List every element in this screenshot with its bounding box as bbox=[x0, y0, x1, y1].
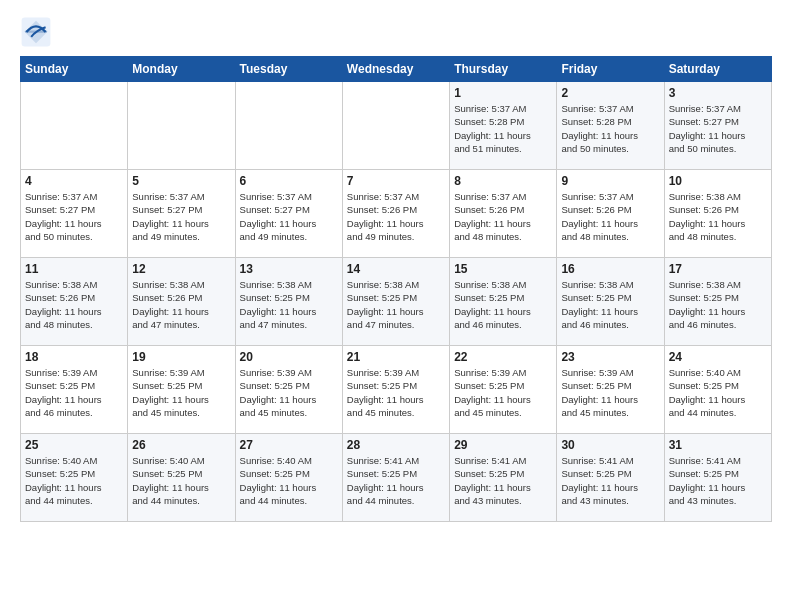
calendar-cell: 13Sunrise: 5:38 AM Sunset: 5:25 PM Dayli… bbox=[235, 258, 342, 346]
weekday-header: Friday bbox=[557, 57, 664, 82]
day-number: 24 bbox=[669, 350, 767, 364]
calendar-cell: 22Sunrise: 5:39 AM Sunset: 5:25 PM Dayli… bbox=[450, 346, 557, 434]
day-number: 27 bbox=[240, 438, 338, 452]
day-info: Sunrise: 5:40 AM Sunset: 5:25 PM Dayligh… bbox=[240, 454, 338, 507]
weekday-header: Monday bbox=[128, 57, 235, 82]
day-number: 2 bbox=[561, 86, 659, 100]
day-number: 10 bbox=[669, 174, 767, 188]
calendar-cell: 4Sunrise: 5:37 AM Sunset: 5:27 PM Daylig… bbox=[21, 170, 128, 258]
day-number: 6 bbox=[240, 174, 338, 188]
day-number: 17 bbox=[669, 262, 767, 276]
day-number: 25 bbox=[25, 438, 123, 452]
day-info: Sunrise: 5:38 AM Sunset: 5:25 PM Dayligh… bbox=[240, 278, 338, 331]
calendar-cell: 30Sunrise: 5:41 AM Sunset: 5:25 PM Dayli… bbox=[557, 434, 664, 522]
calendar-cell: 31Sunrise: 5:41 AM Sunset: 5:25 PM Dayli… bbox=[664, 434, 771, 522]
calendar-week-row: 25Sunrise: 5:40 AM Sunset: 5:25 PM Dayli… bbox=[21, 434, 772, 522]
logo-icon bbox=[20, 16, 52, 48]
weekday-header: Thursday bbox=[450, 57, 557, 82]
calendar-cell: 28Sunrise: 5:41 AM Sunset: 5:25 PM Dayli… bbox=[342, 434, 449, 522]
day-number: 7 bbox=[347, 174, 445, 188]
calendar-cell: 27Sunrise: 5:40 AM Sunset: 5:25 PM Dayli… bbox=[235, 434, 342, 522]
day-info: Sunrise: 5:41 AM Sunset: 5:25 PM Dayligh… bbox=[669, 454, 767, 507]
logo bbox=[20, 16, 56, 48]
day-number: 3 bbox=[669, 86, 767, 100]
weekday-header: Tuesday bbox=[235, 57, 342, 82]
day-info: Sunrise: 5:39 AM Sunset: 5:25 PM Dayligh… bbox=[25, 366, 123, 419]
calendar-week-row: 18Sunrise: 5:39 AM Sunset: 5:25 PM Dayli… bbox=[21, 346, 772, 434]
calendar-week-row: 11Sunrise: 5:38 AM Sunset: 5:26 PM Dayli… bbox=[21, 258, 772, 346]
weekday-header: Wednesday bbox=[342, 57, 449, 82]
calendar-cell bbox=[235, 82, 342, 170]
day-number: 14 bbox=[347, 262, 445, 276]
day-info: Sunrise: 5:41 AM Sunset: 5:25 PM Dayligh… bbox=[347, 454, 445, 507]
calendar-cell bbox=[342, 82, 449, 170]
day-info: Sunrise: 5:37 AM Sunset: 5:28 PM Dayligh… bbox=[561, 102, 659, 155]
calendar-cell: 29Sunrise: 5:41 AM Sunset: 5:25 PM Dayli… bbox=[450, 434, 557, 522]
calendar-cell bbox=[21, 82, 128, 170]
calendar-week-row: 4Sunrise: 5:37 AM Sunset: 5:27 PM Daylig… bbox=[21, 170, 772, 258]
weekday-header-row: SundayMondayTuesdayWednesdayThursdayFrid… bbox=[21, 57, 772, 82]
day-number: 28 bbox=[347, 438, 445, 452]
day-number: 21 bbox=[347, 350, 445, 364]
day-info: Sunrise: 5:37 AM Sunset: 5:26 PM Dayligh… bbox=[561, 190, 659, 243]
day-number: 4 bbox=[25, 174, 123, 188]
day-number: 19 bbox=[132, 350, 230, 364]
day-number: 31 bbox=[669, 438, 767, 452]
calendar-cell: 2Sunrise: 5:37 AM Sunset: 5:28 PM Daylig… bbox=[557, 82, 664, 170]
header bbox=[20, 16, 772, 48]
day-info: Sunrise: 5:39 AM Sunset: 5:25 PM Dayligh… bbox=[132, 366, 230, 419]
day-info: Sunrise: 5:37 AM Sunset: 5:28 PM Dayligh… bbox=[454, 102, 552, 155]
page: SundayMondayTuesdayWednesdayThursdayFrid… bbox=[0, 0, 792, 612]
day-number: 15 bbox=[454, 262, 552, 276]
day-number: 9 bbox=[561, 174, 659, 188]
calendar-cell: 9Sunrise: 5:37 AM Sunset: 5:26 PM Daylig… bbox=[557, 170, 664, 258]
calendar-cell: 3Sunrise: 5:37 AM Sunset: 5:27 PM Daylig… bbox=[664, 82, 771, 170]
day-info: Sunrise: 5:40 AM Sunset: 5:25 PM Dayligh… bbox=[132, 454, 230, 507]
calendar-cell: 24Sunrise: 5:40 AM Sunset: 5:25 PM Dayli… bbox=[664, 346, 771, 434]
day-number: 26 bbox=[132, 438, 230, 452]
calendar-cell: 12Sunrise: 5:38 AM Sunset: 5:26 PM Dayli… bbox=[128, 258, 235, 346]
calendar-cell: 8Sunrise: 5:37 AM Sunset: 5:26 PM Daylig… bbox=[450, 170, 557, 258]
calendar-cell: 21Sunrise: 5:39 AM Sunset: 5:25 PM Dayli… bbox=[342, 346, 449, 434]
day-info: Sunrise: 5:41 AM Sunset: 5:25 PM Dayligh… bbox=[561, 454, 659, 507]
weekday-header: Sunday bbox=[21, 57, 128, 82]
calendar-week-row: 1Sunrise: 5:37 AM Sunset: 5:28 PM Daylig… bbox=[21, 82, 772, 170]
day-info: Sunrise: 5:37 AM Sunset: 5:27 PM Dayligh… bbox=[132, 190, 230, 243]
calendar-cell: 15Sunrise: 5:38 AM Sunset: 5:25 PM Dayli… bbox=[450, 258, 557, 346]
calendar-cell: 14Sunrise: 5:38 AM Sunset: 5:25 PM Dayli… bbox=[342, 258, 449, 346]
day-info: Sunrise: 5:39 AM Sunset: 5:25 PM Dayligh… bbox=[347, 366, 445, 419]
day-info: Sunrise: 5:37 AM Sunset: 5:27 PM Dayligh… bbox=[240, 190, 338, 243]
day-info: Sunrise: 5:38 AM Sunset: 5:26 PM Dayligh… bbox=[669, 190, 767, 243]
day-number: 23 bbox=[561, 350, 659, 364]
calendar: SundayMondayTuesdayWednesdayThursdayFrid… bbox=[20, 56, 772, 522]
day-number: 5 bbox=[132, 174, 230, 188]
day-info: Sunrise: 5:38 AM Sunset: 5:25 PM Dayligh… bbox=[347, 278, 445, 331]
calendar-cell: 18Sunrise: 5:39 AM Sunset: 5:25 PM Dayli… bbox=[21, 346, 128, 434]
day-info: Sunrise: 5:37 AM Sunset: 5:26 PM Dayligh… bbox=[454, 190, 552, 243]
calendar-cell: 16Sunrise: 5:38 AM Sunset: 5:25 PM Dayli… bbox=[557, 258, 664, 346]
day-info: Sunrise: 5:37 AM Sunset: 5:27 PM Dayligh… bbox=[25, 190, 123, 243]
day-info: Sunrise: 5:39 AM Sunset: 5:25 PM Dayligh… bbox=[454, 366, 552, 419]
calendar-cell: 11Sunrise: 5:38 AM Sunset: 5:26 PM Dayli… bbox=[21, 258, 128, 346]
day-number: 8 bbox=[454, 174, 552, 188]
weekday-header: Saturday bbox=[664, 57, 771, 82]
day-number: 11 bbox=[25, 262, 123, 276]
day-number: 20 bbox=[240, 350, 338, 364]
day-number: 22 bbox=[454, 350, 552, 364]
day-info: Sunrise: 5:37 AM Sunset: 5:26 PM Dayligh… bbox=[347, 190, 445, 243]
day-info: Sunrise: 5:38 AM Sunset: 5:25 PM Dayligh… bbox=[454, 278, 552, 331]
day-info: Sunrise: 5:39 AM Sunset: 5:25 PM Dayligh… bbox=[561, 366, 659, 419]
day-info: Sunrise: 5:39 AM Sunset: 5:25 PM Dayligh… bbox=[240, 366, 338, 419]
day-info: Sunrise: 5:40 AM Sunset: 5:25 PM Dayligh… bbox=[25, 454, 123, 507]
calendar-cell: 17Sunrise: 5:38 AM Sunset: 5:25 PM Dayli… bbox=[664, 258, 771, 346]
day-info: Sunrise: 5:41 AM Sunset: 5:25 PM Dayligh… bbox=[454, 454, 552, 507]
calendar-cell: 6Sunrise: 5:37 AM Sunset: 5:27 PM Daylig… bbox=[235, 170, 342, 258]
day-number: 18 bbox=[25, 350, 123, 364]
day-info: Sunrise: 5:37 AM Sunset: 5:27 PM Dayligh… bbox=[669, 102, 767, 155]
day-info: Sunrise: 5:38 AM Sunset: 5:25 PM Dayligh… bbox=[561, 278, 659, 331]
day-info: Sunrise: 5:40 AM Sunset: 5:25 PM Dayligh… bbox=[669, 366, 767, 419]
day-info: Sunrise: 5:38 AM Sunset: 5:25 PM Dayligh… bbox=[669, 278, 767, 331]
calendar-cell bbox=[128, 82, 235, 170]
day-number: 13 bbox=[240, 262, 338, 276]
day-number: 12 bbox=[132, 262, 230, 276]
